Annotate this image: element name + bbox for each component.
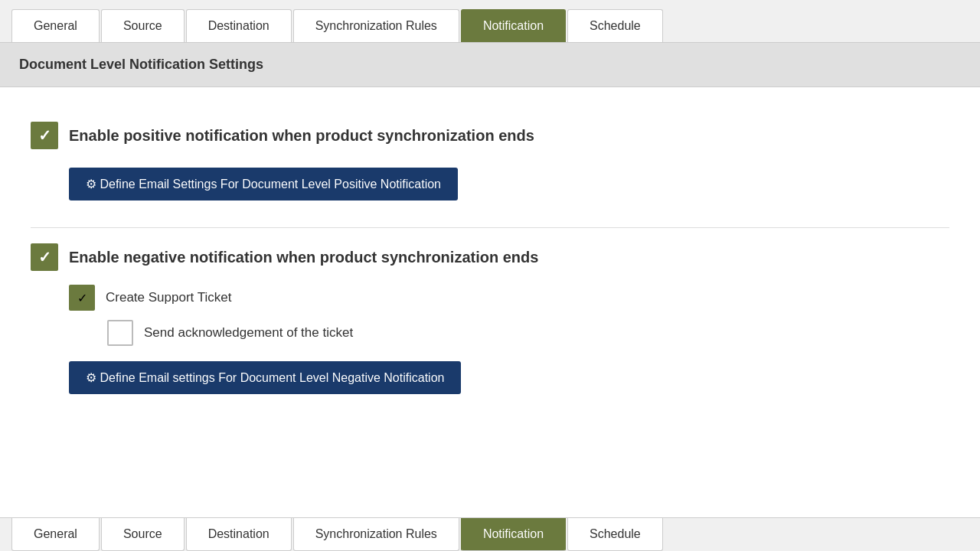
negative-checkbox[interactable]: ✓ xyxy=(31,243,58,271)
tab-source[interactable]: Source xyxy=(101,9,185,42)
bottom-tab-schedule[interactable]: Schedule xyxy=(567,518,663,551)
bottom-tab-source[interactable]: Source xyxy=(101,518,185,551)
tab-general[interactable]: General xyxy=(11,9,100,42)
ack-row: Send acknowledgement of the ticket xyxy=(107,320,949,346)
positive-checkbox-label: Enable positive notification when produc… xyxy=(69,127,534,145)
create-ticket-row: ✓ Create Support Ticket xyxy=(69,285,949,311)
positive-notification-block: ✓ Enable positive notification when prod… xyxy=(31,106,949,220)
positive-checkbox[interactable]: ✓ xyxy=(31,122,58,149)
create-ticket-label: Create Support Ticket xyxy=(106,290,231,305)
positive-checkbox-row: ✓ Enable positive notification when prod… xyxy=(31,122,949,149)
bottom-tab-general[interactable]: General xyxy=(11,518,100,551)
define-positive-email-button[interactable]: ⚙ Define Email Settings For Document Lev… xyxy=(69,168,458,201)
negative-checkbox-row: ✓ Enable negative notification when prod… xyxy=(31,243,949,271)
tab-synchronization-rules[interactable]: Synchronization Rules xyxy=(293,9,459,42)
main-content: Document Level Notification Settings ✓ E… xyxy=(0,43,980,517)
create-ticket-checkbox[interactable]: ✓ xyxy=(69,285,95,311)
bottom-tab-destination[interactable]: Destination xyxy=(186,518,292,551)
content-area: ✓ Enable positive notification when prod… xyxy=(0,87,980,432)
negative-checkmark: ✓ xyxy=(38,248,51,266)
top-tab-bar: General Source Destination Synchronizati… xyxy=(0,0,980,43)
ack-checkbox[interactable] xyxy=(107,320,133,346)
negative-notification-block: ✓ Enable negative notification when prod… xyxy=(31,227,949,413)
define-negative-email-button[interactable]: ⚙ Define Email settings For Document Lev… xyxy=(69,361,461,394)
negative-checkbox-label: Enable negative notification when produc… xyxy=(69,249,538,266)
bottom-tab-notification[interactable]: Notification xyxy=(461,518,566,551)
bottom-tab-bar: General Source Destination Synchronizati… xyxy=(0,517,980,551)
tab-destination[interactable]: Destination xyxy=(186,9,292,42)
section-header: Document Level Notification Settings xyxy=(0,43,980,87)
positive-checkmark: ✓ xyxy=(38,126,51,145)
tab-schedule[interactable]: Schedule xyxy=(567,9,663,42)
tab-notification[interactable]: Notification xyxy=(461,9,566,42)
ack-label: Send acknowledgement of the ticket xyxy=(144,325,353,341)
bottom-tab-synchronization-rules[interactable]: Synchronization Rules xyxy=(293,518,459,551)
ack-indent: Send acknowledgement of the ticket xyxy=(107,320,949,346)
section-header-text: Document Level Notification Settings xyxy=(19,57,263,72)
create-ticket-checkmark: ✓ xyxy=(77,291,87,305)
